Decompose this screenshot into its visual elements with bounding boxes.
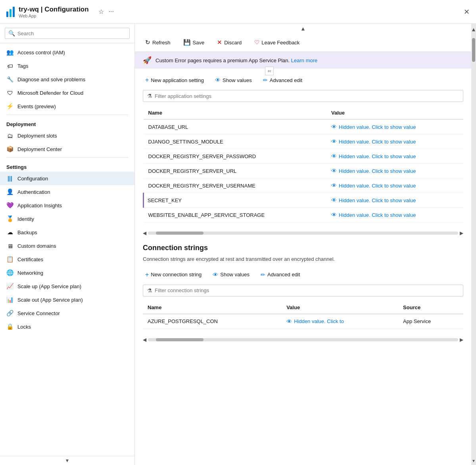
app-settings-filter-wrapper: ⚗ (143, 90, 463, 102)
eye-inline-icon: 👁 (331, 182, 337, 189)
conn-h-scroll-right[interactable]: ▶ (460, 337, 463, 343)
sidebar-item-diagnose[interactable]: 🔧 Diagnose and solve problems (0, 73, 134, 86)
sidebar-item-deployment-slots[interactable]: 🗂 Deployment slots (0, 129, 134, 142)
scroll-thumb-area[interactable] (472, 34, 475, 457)
scroll-up-btn[interactable]: ▲ (470, 25, 476, 34)
sidebar-scroll-down[interactable]: ▼ (0, 456, 134, 465)
h-scroll-right-arrow[interactable]: ▶ (460, 230, 463, 236)
table-row: WEBSITES_ENABLE_APP_SERVICE_STORAGE 👁 Hi… (144, 208, 464, 222)
conn-h-scroll-track[interactable] (148, 338, 458, 341)
sidebar-item-label: Service Connector (17, 310, 60, 316)
new-app-setting-button[interactable]: + New application setting (143, 75, 206, 85)
filter-icon: ⚗ (147, 93, 152, 99)
close-button[interactable]: ✕ (464, 8, 470, 16)
conn-show-values-button[interactable]: 👁 Show values (210, 270, 252, 279)
app-setting-value[interactable]: 👁 Hidden value. Click to show value (326, 178, 463, 193)
sidebar-item-label: Tags (17, 63, 28, 69)
scroll-up-arrow[interactable]: ▲ (135, 24, 471, 33)
sidebar-item-locks[interactable]: 🔒 Locks (0, 320, 134, 333)
sidebar-item-networking[interactable]: 🌐 Networking (0, 266, 134, 279)
new-conn-string-button[interactable]: + New connection string (143, 270, 204, 280)
feedback-button[interactable]: ♡ Leave Feedback (252, 37, 302, 48)
app-setting-value[interactable]: 👁 Hidden value. Click to show value (326, 119, 463, 134)
sidebar-item-tags[interactable]: 🏷 Tags (0, 59, 134, 73)
sidebar-item-custom-domains[interactable]: 🖥 Custom domains (0, 239, 134, 253)
plus-icon-conn: + (145, 271, 149, 278)
h-scroll-thumb[interactable] (156, 232, 203, 235)
eye-inline-icon: 👁 (331, 124, 337, 130)
logo-icon (6, 7, 15, 17)
app-settings-h-scrollbar: ◀ ▶ (135, 229, 471, 237)
table-row: DOCKER_REGISTRY_SERVER_URL 👁 Hidden valu… (144, 164, 464, 178)
hidden-value-link[interactable]: 👁 Hidden value. Click to show value (331, 197, 459, 203)
app-setting-value[interactable]: 👁 Hidden value. Click to show value (326, 164, 463, 178)
refresh-button[interactable]: ↻ Refresh (143, 37, 173, 48)
sidebar-item-backups[interactable]: ☁ Backups (0, 226, 134, 239)
h-scroll-left-arrow[interactable]: ◀ (143, 230, 146, 236)
sidebar-item-scale-up[interactable]: 📈 Scale up (App Service plan) (0, 279, 134, 293)
discard-button[interactable]: ✕ Discard (215, 37, 244, 48)
hidden-value-link[interactable]: 👁 Hidden value. Click to show value (331, 124, 459, 130)
plus-icon: + (145, 77, 149, 84)
sidebar-item-defender[interactable]: 🛡 Microsoft Defender for Cloud (0, 86, 134, 100)
app-setting-value[interactable]: 👁 Hidden value. Click to show value (326, 134, 463, 149)
hidden-value-link[interactable]: 👁 Hidden value. Click to show value (331, 153, 459, 159)
conn-col-value: Value (282, 301, 398, 314)
favorite-icon[interactable]: ☆ (98, 8, 104, 15)
edit-icon: ✏ (263, 77, 268, 83)
sidebar-item-app-insights[interactable]: 💜 Application Insights (0, 199, 134, 212)
sidebar-item-label: Scale out (App Service plan) (17, 297, 83, 303)
conn-eye-icon: 👁 (213, 272, 218, 278)
conn-hidden-value[interactable]: 👁 Hidden value. Click to (286, 318, 393, 325)
conn-col-source: Source (398, 301, 463, 314)
more-icon[interactable]: ··· (109, 8, 114, 15)
sidebar-item-authentication[interactable]: 👤 Authentication (0, 185, 134, 199)
h-scroll-track[interactable] (148, 232, 458, 235)
hidden-value-link[interactable]: 👁 Hidden value. Click to show value (331, 138, 459, 145)
app-setting-value[interactable]: 👁 Hidden value. Click to show value (326, 149, 463, 164)
table-row: DATABASE_URL 👁 Hidden value. Click to sh… (144, 119, 464, 134)
new-app-setting-label: New application setting (151, 77, 204, 83)
sidebar-item-scale-out[interactable]: 📊 Scale out (App Service plan) (0, 293, 134, 306)
scroll-down-btn[interactable]: ▼ (470, 457, 476, 464)
hidden-value-link[interactable]: 👁 Hidden value. Click to show value (331, 168, 459, 174)
conn-table-header-row: Name Value Source (143, 301, 463, 314)
conn-h-scroll-left[interactable]: ◀ (143, 337, 146, 343)
conn-filter-input[interactable] (155, 287, 459, 293)
title-actions: ☆ ··· (98, 8, 114, 15)
conn-row-name: AZURE_POSTGRESQL_CON (143, 314, 282, 329)
sidebar-item-service-connector[interactable]: 🔗 Service Connector (0, 306, 134, 320)
sidebar-collapse-button[interactable]: ‹‹ (265, 67, 274, 75)
hidden-value-link[interactable]: 👁 Hidden value. Click to show value (331, 182, 459, 189)
identity-icon: 🏅 (6, 215, 13, 222)
hidden-value-link[interactable]: 👁 Hidden value. Click to show value (331, 212, 459, 218)
sidebar-item-access-control[interactable]: 👥 Access control (IAM) (0, 46, 134, 59)
app-setting-value[interactable]: 👁 Hidden value. Click to show value (326, 193, 463, 208)
scroll-handle[interactable] (472, 38, 475, 62)
conn-h-scroll-thumb[interactable] (156, 338, 203, 341)
banner-learn-more-link[interactable]: Learn more (291, 57, 317, 63)
conn-row-value[interactable]: 👁 Hidden value. Click to (282, 314, 398, 329)
search-input[interactable] (17, 31, 126, 36)
sidebar-item-configuration[interactable]: ||| Configuration (0, 172, 134, 185)
advanced-edit-button[interactable]: ✏ Advanced edit (261, 75, 305, 85)
title-text: try-wq | Configuration Web App (19, 6, 89, 18)
eye-inline-icon: 👁 (331, 197, 337, 203)
deployment-slots-icon: 🗂 (6, 132, 13, 139)
app-settings-filter-input[interactable] (155, 93, 459, 99)
tags-icon: 🏷 (6, 62, 13, 69)
app-setting-name: DATABASE_URL (144, 119, 327, 134)
save-icon: 💾 (183, 39, 191, 46)
show-values-button[interactable]: 👁 Show values (213, 75, 254, 85)
save-button[interactable]: 💾 Save (181, 37, 207, 48)
sidebar-item-deployment-center[interactable]: 📦 Deployment Center (0, 142, 134, 156)
custom-domains-icon: 🖥 (6, 242, 13, 249)
sidebar-item-label: Certificates (17, 256, 43, 262)
right-scrollbar[interactable]: ▲ ▼ (471, 24, 476, 465)
sidebar-item-identity[interactable]: 🏅 Identity (0, 212, 134, 226)
sidebar-item-events[interactable]: ⚡ Events (preview) (0, 100, 134, 113)
sidebar-item-certificates[interactable]: 📋 Certificates (0, 253, 134, 266)
conn-advanced-edit-button[interactable]: ✏ Advanced edit (258, 270, 302, 279)
app-setting-value[interactable]: 👁 Hidden value. Click to show value (326, 208, 463, 222)
sidebar-item-label: Microsoft Defender for Cloud (17, 90, 83, 96)
